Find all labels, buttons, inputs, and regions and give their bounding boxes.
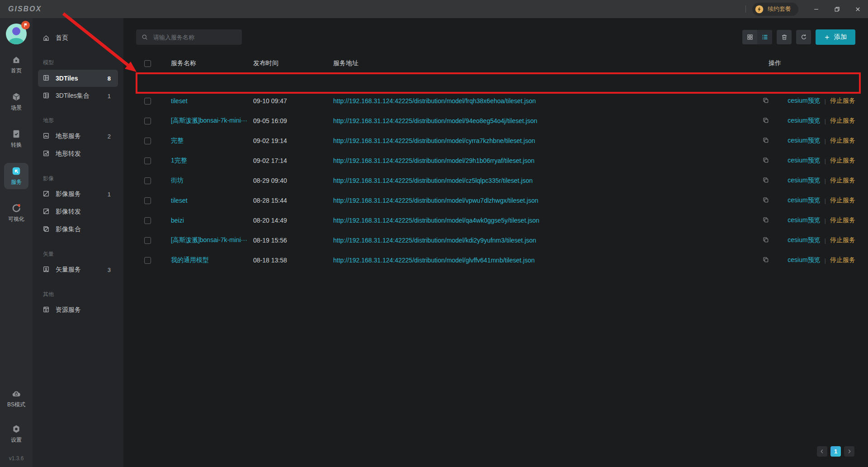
row-checkbox[interactable]: [144, 237, 151, 244]
stop-service-link[interactable]: 停止服务: [830, 256, 855, 264]
user-avatar[interactable]: [6, 24, 27, 44]
restore-button[interactable]: [826, 0, 847, 18]
stop-service-link[interactable]: 停止服务: [830, 137, 855, 145]
pagination: 1: [817, 446, 854, 457]
table-row[interactable]: [高斯泼溅]bonsai-7k-mini···09-05 16:09http:/…: [136, 111, 855, 131]
sidebar-item-image-service[interactable]: 影像服务1: [38, 186, 118, 203]
stop-service-link[interactable]: 停止服务: [830, 196, 855, 205]
list-view-button[interactable]: [757, 30, 772, 44]
cesium-preview-link[interactable]: cesium预览: [788, 176, 820, 185]
notification-badge[interactable]: [21, 21, 30, 29]
service-name-link[interactable]: [高斯泼溅]bonsai-7k-mini···: [171, 117, 253, 125]
table-row[interactable]: tileset08-28 15:44http://192.168.31.124:…: [136, 191, 855, 210]
cesium-preview-link[interactable]: cesium预览: [788, 236, 820, 244]
table-row[interactable]: 1完整09-02 17:14http://192.168.31.124:4222…: [136, 151, 855, 171]
table-row[interactable]: 我的通用模型08-18 13:58http://192.168.31.124:4…: [136, 250, 855, 270]
cesium-preview-link[interactable]: cesium预览: [788, 196, 820, 205]
service-url-link[interactable]: http://192.168.31.124:42225/distribution…: [333, 217, 762, 224]
close-button[interactable]: [847, 0, 868, 18]
app-version: v1.3.6: [9, 455, 24, 462]
sidebar-item-home[interactable]: 首页: [38, 29, 118, 47]
sidebar-item-3dtiles-collection[interactable]: 3DTiles集合1: [38, 87, 118, 105]
minimize-button[interactable]: [806, 0, 826, 18]
stop-service-link[interactable]: 停止服务: [830, 236, 855, 244]
service-url-link[interactable]: http://192.168.31.124:42225/distribution…: [333, 157, 762, 164]
service-url-link[interactable]: http://192.168.31.124:42225/distribution…: [333, 237, 762, 244]
service-name-link[interactable]: beizi: [171, 217, 253, 224]
table-row[interactable]: [高斯泼溅]bonsai-7k-mini···08-19 15:56http:/…: [136, 230, 855, 250]
service-url-link[interactable]: http://192.168.31.124:42225/distribution…: [333, 257, 762, 264]
cesium-preview-link[interactable]: cesium预览: [788, 256, 820, 264]
rail-item-bs-mode[interactable]: BS模式: [3, 386, 29, 412]
stop-service-link[interactable]: 停止服务: [830, 216, 855, 224]
sidebar-item-vector-service[interactable]: 矢量服务3: [38, 261, 118, 278]
service-name-link[interactable]: tileset: [171, 197, 253, 204]
rail-item-scene[interactable]: 场景: [4, 89, 28, 115]
table-row[interactable]: 完整09-02 19:14http://192.168.31.124:42225…: [136, 131, 855, 151]
service-name-link[interactable]: 1完整: [171, 157, 253, 165]
search-input[interactable]: [152, 33, 237, 41]
row-checkbox[interactable]: [144, 177, 151, 184]
sidebar-item-image-collection[interactable]: 影像集合: [38, 221, 118, 238]
row-checkbox[interactable]: [144, 217, 151, 224]
header-service-url: 服务地址: [333, 59, 762, 67]
copy-url-button[interactable]: [762, 97, 769, 105]
sidebar-item-resource-service[interactable]: 资源服务: [38, 301, 118, 319]
add-button[interactable]: 添加: [816, 29, 855, 45]
refresh-button[interactable]: [796, 30, 811, 44]
service-url-link[interactable]: http://192.168.31.124:42225/distribution…: [333, 177, 762, 184]
copy-url-button[interactable]: [762, 137, 769, 145]
rail-item-convert[interactable]: 转换: [4, 126, 28, 152]
row-checkbox[interactable]: [144, 157, 151, 164]
prev-page-button[interactable]: [817, 446, 827, 457]
service-url-link[interactable]: http://192.168.31.124:42225/distribution…: [333, 197, 762, 204]
copy-url-button[interactable]: [762, 256, 769, 265]
sidebar-item-terrain-forward[interactable]: 地形转发: [38, 145, 118, 162]
grid-view-button[interactable]: [742, 30, 757, 44]
row-checkbox[interactable]: [144, 257, 151, 264]
rail-item-settings[interactable]: 设置: [3, 421, 29, 447]
copy-url-button[interactable]: [762, 117, 769, 125]
service-name-link[interactable]: tileset: [171, 97, 253, 105]
row-checkbox[interactable]: [144, 118, 151, 124]
stop-service-link[interactable]: 停止服务: [830, 117, 855, 125]
row-checkbox[interactable]: [144, 98, 151, 105]
rail-item-visualize[interactable]: 可视化: [4, 200, 28, 226]
service-url-link[interactable]: http://192.168.31.124:42225/distribution…: [333, 97, 762, 105]
rail-item-service[interactable]: 服务: [4, 163, 28, 189]
delete-button[interactable]: [777, 30, 792, 44]
table-row[interactable]: 街坊08-29 09:40http://192.168.31.124:42225…: [136, 171, 855, 191]
cesium-preview-link[interactable]: cesium预览: [788, 117, 820, 125]
sidebar-item-terrain-service[interactable]: 地形服务2: [38, 128, 118, 145]
copy-url-button[interactable]: [762, 157, 769, 165]
row-checkbox[interactable]: [144, 138, 151, 144]
stop-service-link[interactable]: 停止服务: [830, 176, 855, 185]
cesium-preview-link[interactable]: cesium预览: [788, 157, 820, 165]
copy-url-button[interactable]: [762, 216, 769, 225]
service-name-link[interactable]: [高斯泼溅]bonsai-7k-mini···: [171, 236, 253, 244]
stop-service-link[interactable]: 停止服务: [830, 157, 855, 165]
sidebar-item-3dtiles[interactable]: 3DTiles8: [38, 70, 118, 87]
cesium-preview-link[interactable]: cesium预览: [788, 97, 820, 105]
stop-service-link[interactable]: 停止服务: [830, 97, 855, 105]
service-url-link[interactable]: http://192.168.31.124:42225/distribution…: [333, 117, 762, 124]
cesium-preview-link[interactable]: cesium预览: [788, 216, 820, 224]
copy-url-button[interactable]: [762, 196, 769, 205]
copy-url-button[interactable]: [762, 236, 769, 245]
rail-item-home[interactable]: 首页: [4, 52, 28, 78]
select-all-checkbox[interactable]: [144, 60, 151, 67]
service-url-link[interactable]: http://192.168.31.124:42225/distribution…: [333, 137, 762, 144]
next-page-button[interactable]: [844, 446, 854, 457]
service-name-link[interactable]: 我的通用模型: [171, 256, 253, 264]
table-row[interactable]: tileset09-10 09:47http://192.168.31.124:…: [136, 91, 855, 111]
copy-url-button[interactable]: [762, 176, 769, 185]
service-name-link[interactable]: 街坊: [171, 176, 253, 185]
renew-plan-button[interactable]: 续约套餐: [752, 3, 798, 16]
sidebar-item-image-forward[interactable]: 影像转发: [38, 203, 118, 220]
service-search[interactable]: [136, 29, 242, 45]
row-checkbox[interactable]: [144, 197, 151, 204]
table-row[interactable]: beizi08-20 14:49http://192.168.31.124:42…: [136, 210, 855, 230]
cesium-preview-link[interactable]: cesium预览: [788, 137, 820, 145]
page-1-button[interactable]: 1: [830, 446, 841, 457]
service-name-link[interactable]: 完整: [171, 137, 253, 145]
